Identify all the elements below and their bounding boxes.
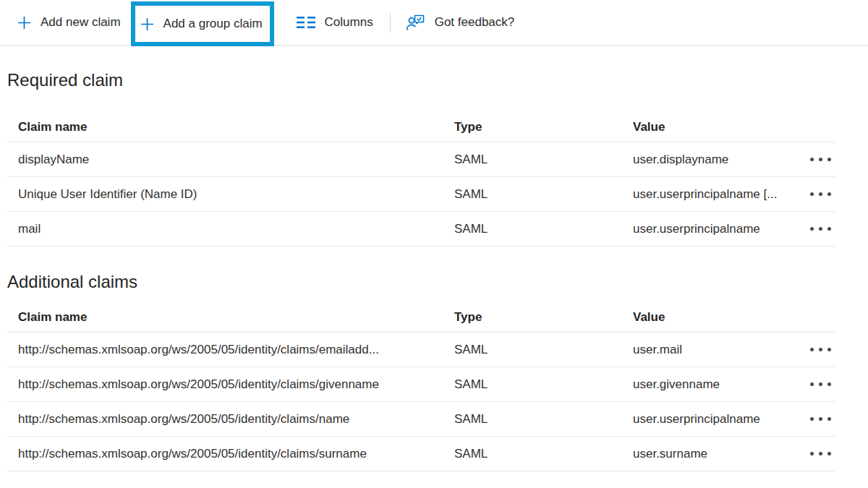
add-group-claim-label: Add a group claim: [163, 17, 263, 31]
table-header-row: Claim name Type Value: [7, 112, 835, 142]
type-cell: SAML: [454, 187, 633, 202]
table-row[interactable]: Unique User Identifier (Name ID) SAML us…: [7, 177, 835, 212]
table-row[interactable]: http://schemas.xmlsoap.org/ws/2005/05/id…: [7, 367, 835, 402]
value-cell: user.givenname: [633, 377, 798, 392]
plus-icon: [140, 17, 154, 31]
toolbar-divider: [390, 13, 391, 33]
type-cell: SAML: [454, 222, 633, 236]
required-claims-table: Claim name Type Value displayName SAML u…: [7, 112, 835, 247]
table-row[interactable]: displayName SAML user.displayname: [7, 142, 835, 177]
more-options-button[interactable]: [798, 177, 835, 211]
value-cell: user.mail: [633, 343, 798, 357]
claim-name-cell: http://schemas.xmlsoap.org/ws/2005/05/id…: [7, 377, 454, 392]
columns-button[interactable]: Columns: [297, 15, 373, 30]
type-cell: SAML: [454, 153, 633, 167]
column-header-claim-name: Claim name: [7, 310, 454, 325]
claim-name-cell: Unique User Identifier (Name ID): [7, 187, 454, 202]
type-cell: SAML: [454, 377, 633, 392]
column-header-claim-name: Claim name: [7, 120, 454, 134]
type-cell: SAML: [454, 412, 633, 427]
column-header-value: Value: [633, 310, 798, 325]
value-cell: user.displayname: [633, 153, 798, 167]
more-options-button[interactable]: [798, 333, 835, 367]
commands-toolbar: Add new claim Add a group claim Columns: [0, 0, 868, 46]
type-cell: SAML: [454, 343, 633, 357]
additional-claims-table: Claim name Type Value http://schemas.xml…: [7, 302, 835, 471]
value-cell: user.surname: [633, 447, 798, 461]
plus-icon: [17, 16, 31, 30]
got-feedback-label: Got feedback?: [435, 15, 515, 30]
more-options-button[interactable]: [798, 437, 835, 471]
more-options-button[interactable]: [798, 367, 835, 401]
got-feedback-button[interactable]: Got feedback?: [406, 14, 515, 32]
claim-name-cell: mail: [7, 222, 454, 236]
column-header-type: Type: [454, 120, 633, 134]
required-claim-title: Required claim: [7, 70, 868, 90]
more-options-button[interactable]: [798, 402, 835, 436]
column-header-value: Value: [633, 120, 798, 134]
claim-name-cell: http://schemas.xmlsoap.org/ws/2005/05/id…: [7, 412, 454, 427]
type-cell: SAML: [454, 447, 633, 461]
table-row[interactable]: http://schemas.xmlsoap.org/ws/2005/05/id…: [7, 333, 835, 367]
add-new-claim-label: Add new claim: [41, 15, 121, 30]
value-cell: user.userprincipalname [...: [633, 187, 798, 202]
claim-name-cell: http://schemas.xmlsoap.org/ws/2005/05/id…: [7, 447, 454, 461]
table-row[interactable]: http://schemas.xmlsoap.org/ws/2005/05/id…: [7, 402, 835, 437]
additional-claims-title: Additional claims: [7, 272, 868, 292]
feedback-icon: [406, 14, 425, 32]
columns-icon: [297, 16, 315, 29]
columns-label: Columns: [325, 15, 373, 30]
claim-name-cell: displayName: [7, 153, 454, 167]
more-options-button[interactable]: [798, 142, 835, 176]
table-row[interactable]: http://schemas.xmlsoap.org/ws/2005/05/id…: [7, 437, 835, 471]
add-new-claim-button[interactable]: Add new claim: [17, 15, 121, 30]
value-cell: user.userprincipalname: [633, 412, 798, 427]
value-cell: user.userprincipalname: [633, 222, 798, 236]
column-header-type: Type: [454, 310, 633, 325]
add-group-claim-button[interactable]: Add a group claim: [140, 17, 263, 31]
more-options-button[interactable]: [798, 212, 835, 246]
claim-name-cell: http://schemas.xmlsoap.org/ws/2005/05/id…: [7, 343, 454, 357]
highlight-box: Add a group claim: [131, 1, 274, 46]
table-row[interactable]: mail SAML user.userprincipalname: [7, 212, 835, 247]
table-header-row: Claim name Type Value: [7, 302, 835, 333]
